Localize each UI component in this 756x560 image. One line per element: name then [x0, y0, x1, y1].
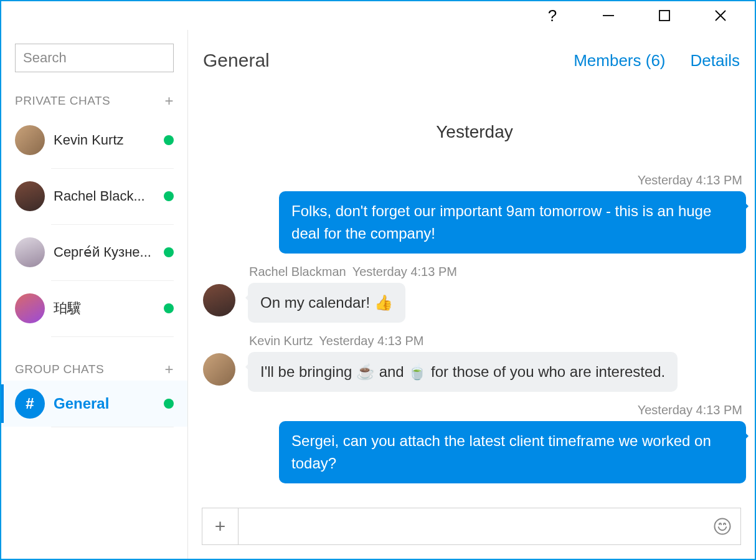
maximize-button[interactable]	[636, 1, 692, 30]
status-online-icon	[164, 191, 174, 201]
avatar	[203, 353, 235, 386]
message-meta: Rachel BlackmanYesterday 4:13 PM	[203, 265, 461, 283]
close-button[interactable]	[692, 1, 749, 30]
avatar	[15, 237, 45, 267]
message-bubble[interactable]: Folks, don't forget our important 9am to…	[279, 191, 746, 254]
hash-icon: #	[15, 389, 45, 419]
message-incoming: Kevin KurtzYesterday 4:13 PM I'll be bri…	[203, 334, 746, 392]
search-container	[1, 44, 187, 81]
message-timestamp: Yesterday 4:13 PM	[352, 265, 457, 278]
details-link[interactable]: Details	[691, 51, 740, 70]
chat-name: Kevin Kurtz	[54, 132, 164, 148]
status-online-icon	[164, 303, 174, 313]
avatar	[203, 284, 235, 316]
group-chats-label: GROUP CHATS	[15, 363, 104, 376]
sidebar: PRIVATE CHATS + Kevin Kurtz Rachel Black…	[1, 30, 188, 559]
chat-item-cjk[interactable]: 珀驥	[1, 280, 187, 336]
channel-title: General	[203, 50, 549, 71]
chat-name: Серге́й Кузне...	[54, 244, 164, 260]
search-input[interactable]	[15, 44, 174, 72]
status-online-icon	[164, 247, 174, 257]
message-timestamp: Yesterday 4:13 PM	[319, 334, 423, 348]
members-link[interactable]: Members (6)	[574, 51, 665, 70]
private-chats-header: PRIVATE CHATS +	[1, 81, 187, 112]
message-thread[interactable]: Yesterday Yesterday 4:13 PM Folks, don't…	[188, 85, 755, 501]
message-timestamp: Yesterday 4:13 PM	[638, 173, 746, 191]
group-item-general[interactable]: # General	[1, 381, 187, 427]
channel-header: General Members (6) Details	[188, 30, 755, 85]
composer: +	[202, 508, 741, 545]
message-bubble[interactable]: Sergei, can you attach the latest client…	[279, 421, 746, 483]
list-divider	[51, 427, 174, 427]
message-meta: Kevin KurtzYesterday 4:13 PM	[203, 334, 678, 352]
help-button[interactable]: ?	[524, 1, 580, 30]
svg-point-4	[715, 519, 730, 534]
message-bubble[interactable]: On my calendar! 👍	[248, 283, 405, 323]
smile-icon	[713, 517, 732, 536]
avatar	[15, 293, 45, 323]
date-separator: Yesterday	[203, 91, 746, 173]
message-outgoing: Yesterday 4:13 PM Folks, don't forget ou…	[203, 173, 746, 254]
message-bubble[interactable]: I'll be bringing ☕ and 🍵 for those of yo…	[248, 352, 678, 392]
composer-input[interactable]	[239, 508, 704, 544]
add-group-chat-button[interactable]: +	[164, 362, 174, 377]
chat-item-kevin[interactable]: Kevin Kurtz	[1, 112, 187, 168]
group-name: General	[54, 395, 164, 412]
minimize-button[interactable]	[580, 1, 636, 30]
add-private-chat-button[interactable]: +	[164, 93, 174, 108]
chat-name: Rachel Black...	[54, 188, 164, 204]
titlebar: ?	[1, 1, 755, 30]
chat-item-rachel[interactable]: Rachel Black...	[1, 168, 187, 224]
status-online-icon	[164, 135, 174, 145]
message-incoming: Rachel BlackmanYesterday 4:13 PM On my c…	[203, 265, 746, 323]
avatar	[15, 125, 45, 155]
group-chat-list: # General	[1, 381, 187, 427]
message-author: Rachel Blackman	[249, 265, 346, 278]
main-pane: General Members (6) Details Yesterday Ye…	[188, 30, 755, 559]
svg-rect-1	[659, 11, 669, 21]
status-online-icon	[164, 399, 174, 409]
message-outgoing: Yesterday 4:13 PM Sergei, can you attach…	[203, 403, 746, 483]
chat-name: 珀驥	[54, 299, 164, 318]
avatar	[15, 181, 45, 211]
app-body: PRIVATE CHATS + Kevin Kurtz Rachel Black…	[1, 30, 755, 559]
private-chats-label: PRIVATE CHATS	[15, 94, 110, 108]
chat-item-sergei[interactable]: Серге́й Кузне...	[1, 224, 187, 280]
message-author: Kevin Kurtz	[249, 334, 313, 348]
emoji-button[interactable]	[704, 508, 740, 544]
attach-button[interactable]: +	[202, 508, 239, 544]
private-chat-list: Kevin Kurtz Rachel Black... Серге́й Кузн…	[1, 112, 187, 337]
group-chats-header: GROUP CHATS +	[1, 337, 187, 381]
message-timestamp: Yesterday 4:13 PM	[638, 403, 746, 421]
